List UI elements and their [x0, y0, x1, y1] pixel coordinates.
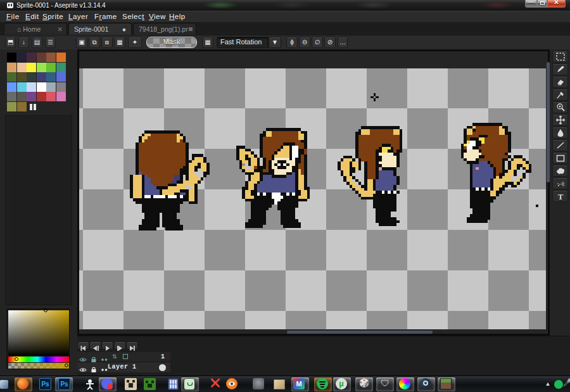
svg-text:T: T — [558, 192, 564, 201]
